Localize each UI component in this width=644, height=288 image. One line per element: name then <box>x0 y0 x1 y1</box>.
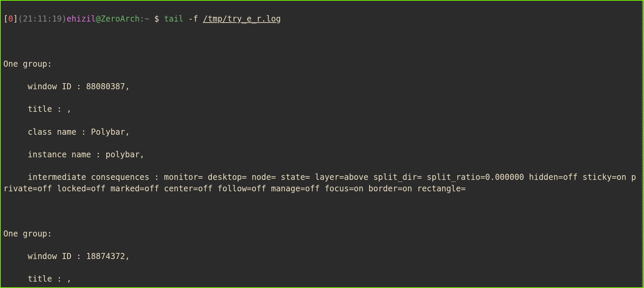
title-line: title : , <box>3 104 641 115</box>
prompt-cwd: ~ <box>144 14 149 24</box>
command-name: tail <box>164 14 184 24</box>
prompt-time: (21:11:19) <box>18 14 67 24</box>
class-name-line: class name : Polybar, <box>3 127 641 138</box>
prompt-user: ehizil <box>67 14 96 24</box>
instance-name-line: instance name : polybar, <box>3 149 641 161</box>
group-header: One group: <box>3 59 641 70</box>
window-id-line: window ID : 88080387, <box>3 81 641 93</box>
group-header: One group: <box>3 228 641 240</box>
exit-code: 0 <box>8 14 13 24</box>
scrollbar[interactable] <box>642 1 643 287</box>
window-id-line: window ID : 18874372, <box>3 251 641 262</box>
prompt-host: ZeroArch <box>101 14 140 24</box>
bracket-close: ] <box>13 14 18 24</box>
command-flag: -f <box>184 14 203 24</box>
prompt-dollar: $ <box>150 14 164 24</box>
command-path: /tmp/try_e_r.log <box>203 14 281 24</box>
consequences-line: intermediate consequences : monitor= des… <box>3 172 641 194</box>
terminal-window[interactable]: [0](21:11:19)ehizil@ZeroArch:~ $ tail -f… <box>0 0 644 288</box>
title-line: title : , <box>3 274 641 285</box>
prompt-at: @ <box>96 14 101 24</box>
bracket-open: [ <box>3 14 8 24</box>
prompt-colon: : <box>140 14 144 24</box>
prompt-line: [0](21:11:19)ehizil@ZeroArch:~ $ tail -f… <box>3 13 641 25</box>
